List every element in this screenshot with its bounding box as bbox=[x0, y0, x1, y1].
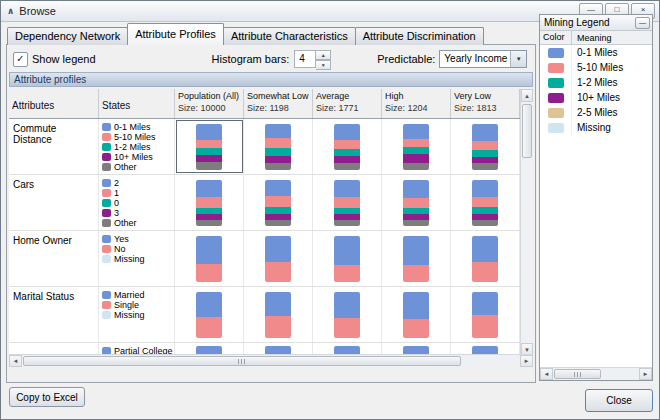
histogram-segment bbox=[265, 196, 291, 207]
horizontal-scrollbar[interactable]: ◄ ► bbox=[9, 354, 533, 367]
histogram-cell[interactable] bbox=[313, 119, 382, 174]
legend-row-10-miles[interactable]: 10+ Miles bbox=[540, 90, 652, 105]
scroll-left-button[interactable]: ◄ bbox=[9, 355, 22, 367]
state-color-chip bbox=[102, 311, 111, 319]
histogram-cell[interactable] bbox=[244, 119, 313, 174]
copy-to-excel-button[interactable]: Copy to Excel bbox=[9, 387, 85, 407]
column-header-attributes[interactable]: Attributes bbox=[9, 89, 99, 118]
histogram-segment bbox=[334, 220, 360, 226]
legend-row-0-1-miles[interactable]: 0-1 Miles bbox=[540, 45, 652, 60]
vertical-scrollbar[interactable]: ▲ ▼ bbox=[520, 89, 533, 356]
mining-legend-title: Mining Legend bbox=[544, 17, 610, 28]
legend-scroll-right-button[interactable]: ► bbox=[639, 368, 652, 380]
column-title: Somewhat Low bbox=[247, 91, 309, 101]
legend-color-swatch bbox=[548, 108, 564, 118]
column-header-average[interactable]: AverageSize: 1771 bbox=[313, 89, 382, 118]
histogram-segment bbox=[403, 124, 429, 139]
checkmark-icon: ✓ bbox=[16, 54, 24, 64]
histogram-cell[interactable] bbox=[313, 175, 382, 230]
legend-row-2-5-miles[interactable]: 2-5 Miles bbox=[540, 105, 652, 120]
state-color-chip bbox=[102, 301, 111, 309]
histogram-cell[interactable] bbox=[244, 231, 313, 286]
histogram-segment bbox=[265, 262, 291, 282]
window-caret-icon: ∧ bbox=[7, 6, 14, 16]
tab-dependency-network[interactable]: Dependency Network bbox=[7, 27, 128, 45]
histogram-cell[interactable] bbox=[451, 231, 520, 286]
histogram-segment bbox=[196, 236, 222, 264]
column-header-high[interactable]: HighSize: 1204 bbox=[382, 89, 451, 118]
legend-horizontal-scrollbar[interactable]: ◄ ► bbox=[540, 367, 652, 380]
attribute-name-cell[interactable]: Commute Distance bbox=[9, 119, 99, 174]
tab-attribute-profiles[interactable]: Attribute Profiles bbox=[127, 23, 224, 45]
legend-scroll-track[interactable] bbox=[553, 368, 639, 380]
legend-row-missing[interactable]: Missing bbox=[540, 120, 652, 135]
column-header-somewhat-low[interactable]: Somewhat LowSize: 1198 bbox=[244, 89, 313, 118]
predictable-dropdown[interactable]: Yearly Income ▼ bbox=[439, 50, 527, 68]
histogram-segment bbox=[265, 292, 291, 316]
spinner-up-button[interactable]: ▲ bbox=[316, 50, 331, 60]
histogram-segment bbox=[403, 265, 429, 282]
state-color-chip bbox=[102, 179, 111, 187]
histogram-cell[interactable] bbox=[451, 287, 520, 342]
tab-attribute-discrimination[interactable]: Attribute Discrimination bbox=[355, 27, 484, 45]
scroll-up-button[interactable]: ▲ bbox=[521, 89, 533, 102]
histogram-segment bbox=[472, 262, 498, 282]
histogram-cell[interactable] bbox=[313, 287, 382, 342]
histogram-cell[interactable] bbox=[382, 175, 451, 230]
attribute-name-cell[interactable]: Home Owner bbox=[9, 231, 99, 286]
vertical-scroll-track[interactable] bbox=[521, 102, 533, 343]
histogram-cell[interactable] bbox=[175, 175, 244, 230]
column-header-population-all[interactable]: Population (All)Size: 10000 bbox=[175, 89, 244, 118]
attribute-name-cell[interactable]: Marital Status bbox=[9, 287, 99, 342]
histogram-cell[interactable] bbox=[175, 231, 244, 286]
histogram-cell[interactable] bbox=[175, 119, 244, 174]
state-item: Single bbox=[102, 300, 171, 310]
histogram-cell[interactable] bbox=[451, 119, 520, 174]
state-color-chip bbox=[102, 291, 111, 299]
state-color-chip bbox=[102, 235, 111, 243]
scroll-right-button[interactable]: ► bbox=[520, 355, 533, 367]
dropdown-arrow-icon[interactable]: ▼ bbox=[510, 51, 526, 67]
legend-scroll-left-button[interactable]: ◄ bbox=[540, 368, 553, 380]
state-label: 3 bbox=[114, 208, 119, 218]
horizontal-scroll-thumb[interactable] bbox=[23, 356, 461, 366]
histogram-cell[interactable] bbox=[382, 119, 451, 174]
spinner-down-button[interactable]: ▼ bbox=[316, 60, 331, 70]
legend-color-cell bbox=[540, 60, 572, 75]
histogram-cell[interactable] bbox=[382, 231, 451, 286]
show-legend-label: Show legend bbox=[32, 53, 96, 65]
legend-minimize-button[interactable]: — bbox=[635, 17, 650, 29]
legend-row-5-10-miles[interactable]: 5-10 Miles bbox=[540, 60, 652, 75]
predictable-label: Predictable: bbox=[377, 53, 435, 65]
tab-attribute-characteristics[interactable]: Attribute Characteristics bbox=[223, 27, 356, 45]
histogram-cell[interactable] bbox=[244, 287, 313, 342]
histogram-cell[interactable] bbox=[244, 175, 313, 230]
histogram-segment bbox=[265, 207, 291, 214]
histogram-bar bbox=[196, 292, 222, 338]
histogram-bars-spinner[interactable]: 4 ▲ ▼ bbox=[294, 50, 331, 68]
column-header-states[interactable]: States bbox=[99, 89, 175, 118]
vertical-scroll-thumb[interactable] bbox=[522, 104, 532, 158]
attribute-name-cell[interactable]: Cars bbox=[9, 175, 99, 230]
histogram-bar bbox=[265, 180, 291, 226]
legend-color-cell bbox=[540, 45, 572, 60]
histogram-cell[interactable] bbox=[451, 175, 520, 230]
histogram-segment bbox=[334, 197, 360, 207]
horizontal-scroll-track[interactable] bbox=[22, 355, 520, 367]
histogram-segment bbox=[403, 147, 429, 154]
state-label: Yes bbox=[114, 234, 129, 244]
attribute-name: Cars bbox=[13, 179, 34, 190]
state-color-chip bbox=[102, 219, 111, 227]
legend-row-1-2-miles[interactable]: 1-2 Miles bbox=[540, 75, 652, 90]
close-button[interactable]: Close bbox=[585, 389, 653, 412]
histogram-segment bbox=[334, 292, 360, 318]
histogram-cell[interactable] bbox=[313, 231, 382, 286]
show-legend-checkbox[interactable]: ✓ bbox=[13, 52, 28, 67]
histogram-cell[interactable] bbox=[382, 287, 451, 342]
state-label: Single bbox=[114, 300, 139, 310]
legend-scroll-thumb[interactable] bbox=[554, 369, 601, 379]
column-header-very-low[interactable]: Very LowSize: 1813 bbox=[451, 89, 520, 118]
histogram-cell[interactable] bbox=[175, 287, 244, 342]
histogram-bar bbox=[196, 124, 222, 170]
column-title: States bbox=[102, 100, 171, 111]
